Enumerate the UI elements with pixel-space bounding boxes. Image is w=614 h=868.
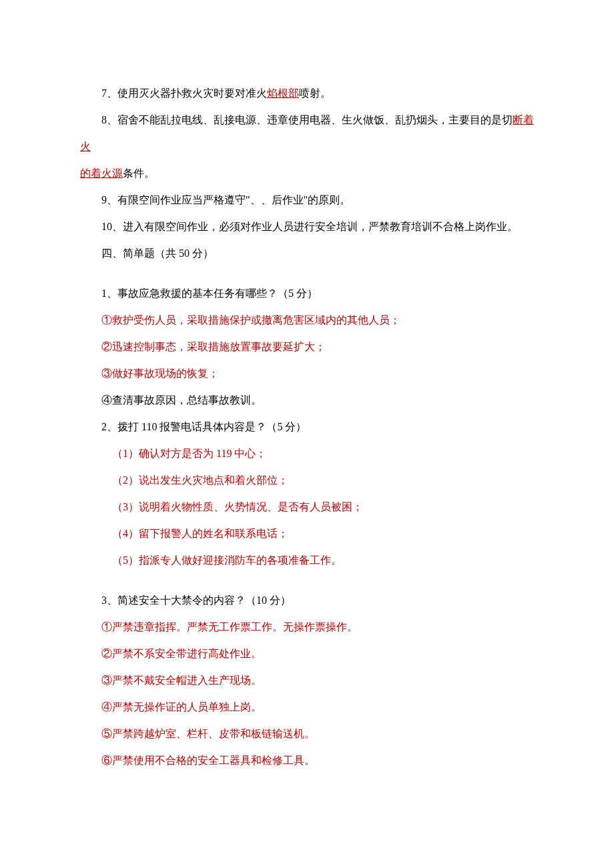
- sq1-answer-2: ②迅速控制事态，采取措施放置事故要延扩大；: [80, 334, 534, 360]
- sq3-answer-2: ②严禁不系安全带进行高处作业。: [80, 640, 534, 667]
- fill-question-7: 7、使用灭火器扑救火灾时要对准火焰根部喷射。: [80, 80, 534, 107]
- q7-pre: 7、使用灭火器扑救火灾时要对准火: [101, 87, 267, 99]
- sq1-answer-1: ①救护受伤人员，采取措施保护或撤离危害区域内的其他人员；: [80, 307, 534, 334]
- spacer: [80, 267, 534, 280]
- sq3-answer-3: ③严禁不戴安全帽进入生产现场。: [80, 667, 534, 694]
- short-question-2: 2、拨打 110 报警电话具体内容是？（5 分）: [80, 414, 534, 440]
- sq3-answer-6: ⑥严禁使用不合格的安全工器具和检修工具。: [80, 747, 534, 774]
- sq3-answer-1: ①严禁违章指挥。严禁无工作票工作。无操作票操作。: [80, 614, 534, 640]
- sq2-answer-4: （4）留下报警人的姓名和联系电话；: [80, 520, 534, 547]
- sq2-answer-2: （2）说出发生火灾地点和着火部位；: [80, 467, 534, 494]
- spacer: [80, 574, 534, 587]
- sq3-answer-5: ⑤严禁跨越炉室、栏杆、皮带和板链输送机。: [80, 721, 534, 747]
- short-question-3: 3、简述安全十大禁令的内容？（10 分）: [80, 587, 534, 614]
- fill-question-10: 10、进入有限空间作业，必须对作业人员进行安全培训，严禁教育培训不合格上岗作业。: [80, 213, 534, 240]
- fill-question-8-cont: 的着火源条件。: [80, 160, 534, 187]
- sq2-answer-5: （5）指派专人做好迎接消防车的各项准备工作。: [80, 547, 534, 574]
- sq1-answer-4: ④查清事故原因，总结事故教训。: [80, 387, 534, 414]
- q8-post: 条件。: [123, 167, 155, 179]
- q8-answer-part2: 的着火源: [80, 167, 123, 179]
- document-page: 7、使用灭火器扑救火灾时要对准火焰根部喷射。 8、宿舍不能乱拉电线、乱接电源、违…: [0, 0, 614, 814]
- q8-pre: 8、宿舍不能乱拉电线、乱接电源、违章使用电器、生火做饭、乱扔烟头，主要目的是切: [101, 114, 513, 125]
- q7-post: 喷射。: [299, 87, 331, 99]
- sq2-answer-3: （3）说明着火物性质、火势情况、是否有人员被困；: [80, 494, 534, 520]
- q7-answer: 焰根部: [267, 87, 299, 99]
- short-question-1: 1、事故应急救援的基本任务有哪些？（5 分）: [80, 280, 534, 307]
- sq2-answer-1: （1）确认对方是否为 119 中心；: [80, 440, 534, 467]
- sq1-answer-3: ③做好事故现场的恢复；: [80, 360, 534, 387]
- sq3-answer-4: ④严禁无操作证的人员单独上岗。: [80, 694, 534, 721]
- fill-question-8: 8、宿舍不能乱拉电线、乱接电源、违章使用电器、生火做饭、乱扔烟头，主要目的是切断…: [80, 107, 534, 160]
- fill-question-9: 9、有限空间作业应当严格遵守"、、后作业"的原则。: [80, 187, 534, 213]
- section-4-heading: 四、简单题（共 50 分）: [80, 240, 534, 267]
